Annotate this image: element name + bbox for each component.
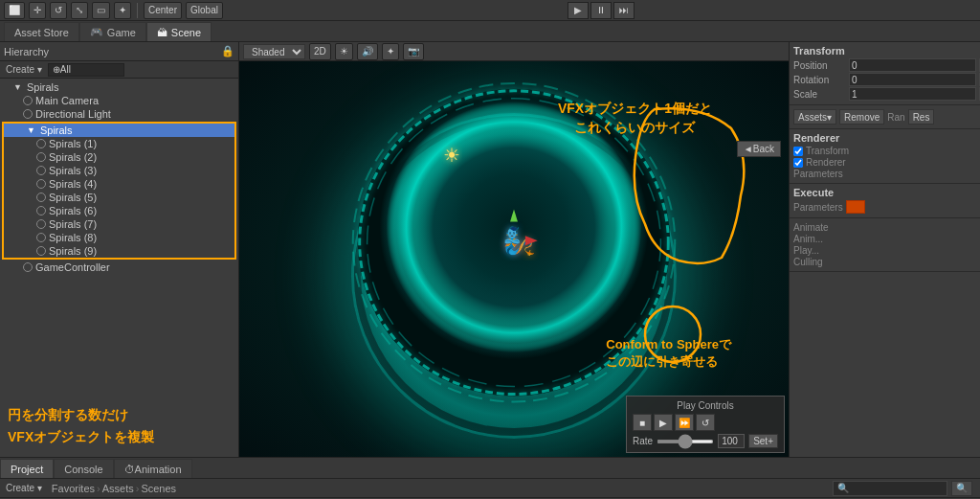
rp-position-row: Position [793, 58, 976, 72]
bp-search-input[interactable] [833, 481, 947, 496]
top-tabs-row: Asset Store 🎮 Game 🏔 Scene [0, 21, 980, 42]
play-rate-row: Rate Set+ [633, 434, 778, 448]
bc-scenes[interactable]: Scenes [141, 483, 176, 494]
rate-set-btn[interactable]: Set+ [748, 434, 778, 448]
global-btn[interactable]: Global [186, 2, 223, 19]
tab-animation[interactable]: ⏱ Animation [114, 459, 192, 478]
main-camera-label: Main Camera [35, 95, 99, 106]
tool-btn-6[interactable]: ✦ [114, 2, 131, 19]
tab-scene[interactable]: 🏔 Scene [146, 22, 212, 41]
main-layout: Hierarchy 🔒 Create ▾ ▼ Spirals Main Came… [0, 42, 980, 457]
conform-annotation-line2: この辺に引き寄せる [606, 353, 731, 371]
rp-transform-title: Transform [793, 45, 976, 57]
scene-effects-btn[interactable]: ✦ [382, 43, 399, 60]
rp-renderer-section: Renderer Transform Renderer Parameters [790, 129, 980, 184]
hierarchy-item-spirals-2[interactable]: Spirals (2) [4, 150, 234, 164]
spirals-3-label: Spirals (3) [49, 165, 97, 176]
expand-arrow-spirals-sub: ▼ [27, 125, 35, 135]
hierarchy-lock-icon: 🔒 [221, 45, 234, 57]
spirals-root-label: Spirals [27, 81, 59, 93]
rp-renderer-check[interactable] [793, 158, 803, 168]
bc-sep1: › [97, 483, 100, 494]
spirals-4-icon [36, 179, 46, 189]
rp-rend-renderer-row: Renderer [793, 157, 976, 168]
pc-restart-btn[interactable]: ↺ [696, 414, 715, 431]
tab-console[interactable]: Console [54, 459, 113, 478]
spirals-1-icon [36, 139, 46, 148]
center-btn[interactable]: Center [144, 2, 182, 19]
back-button[interactable]: ◄Back [737, 141, 781, 157]
hierarchy-item-spirals-1[interactable]: Spirals (1) [4, 137, 234, 150]
rp-scale-label: Scale [793, 89, 846, 100]
vfx-annotation-line1: VFXオブジェクト1個だと [558, 100, 712, 119]
tab-project[interactable]: Project [0, 459, 54, 478]
bp-search-btn[interactable]: 🔍 [951, 481, 972, 496]
spirals-8-icon [36, 233, 46, 242]
tool-btn-3[interactable]: ↺ [50, 2, 67, 19]
hierarchy-item-dir-light[interactable]: Directional Light [0, 107, 238, 121]
pause-button[interactable]: ⏸ [590, 2, 612, 19]
step-button[interactable]: ⏭ [613, 2, 635, 19]
spirals-7-icon [36, 219, 46, 229]
shading-dropdown[interactable]: Shaded [243, 44, 305, 59]
bc-assets[interactable]: Assets [102, 483, 134, 494]
hierarchy-panel: Hierarchy 🔒 Create ▾ ▼ Spirals Main Came… [0, 42, 239, 457]
hierarchy-item-spirals-7[interactable]: Spirals (7) [4, 217, 234, 231]
scene-sun-btn[interactable]: ☀ [335, 43, 353, 60]
rp-rotation-label: Rotation [793, 75, 846, 85]
hierarchy-item-spirals-3[interactable]: Spirals (3) [4, 164, 234, 177]
rate-slider[interactable] [657, 440, 714, 443]
rp-scale-row: Scale [793, 87, 976, 101]
hierarchy-item-spirals-9[interactable]: Spirals (9) [4, 244, 234, 258]
hierarchy-item-spirals-root[interactable]: ▼ Spirals [0, 80, 238, 94]
hierarchy-item-spirals-selected[interactable]: ▼ Spirals [4, 124, 234, 137]
spirals-1-label: Spirals (1) [49, 138, 97, 149]
rp-scale-x[interactable] [849, 87, 976, 101]
rp-transform-check[interactable] [793, 147, 803, 156]
pc-play-btn[interactable]: ▶ [654, 414, 673, 431]
hierarchy-item-game-controller[interactable]: GameController [0, 261, 238, 274]
rp-exec-params-label: Parameters [793, 202, 843, 213]
hierarchy-item-spirals-5[interactable]: Spirals (5) [4, 191, 234, 204]
rp-renderer-check-label: Renderer [806, 157, 846, 168]
pc-ff-btn[interactable]: ⏩ [675, 414, 694, 431]
spirals-2-icon [36, 152, 46, 162]
scene-camera-btn[interactable]: 📷 [403, 43, 424, 60]
create-dropdown[interactable]: Create ▾ [4, 64, 44, 75]
hierarchy-item-spirals-8[interactable]: Spirals (8) [4, 231, 234, 244]
rp-assets-row: Assets▾ Remove Ran Res [793, 109, 976, 125]
bp-create-btn[interactable]: Create ▾ [4, 483, 44, 493]
scene-audio-btn[interactable]: 🔊 [357, 43, 378, 60]
bottom-panel-toolbar: Create ▾ Favorites › Assets › Scenes 🔍 [0, 479, 980, 498]
tab-asset-store[interactable]: Asset Store [4, 22, 79, 41]
top-toolbar: ⬜ ✛ ↺ ⤡ ▭ ✦ Center Global ▶ ⏸ ⏭ [0, 0, 980, 21]
rp-rot-x[interactable] [849, 73, 976, 86]
project-tab-label: Project [11, 464, 43, 475]
rp-res-btn[interactable]: Res [908, 109, 935, 125]
hierarchy-item-main-camera[interactable]: Main Camera [0, 94, 238, 107]
rp-play-row: Play... [793, 245, 976, 256]
dir-light-label: Directional Light [35, 108, 111, 120]
rp-pos-x[interactable] [849, 58, 976, 72]
play-controls: ▶ ⏸ ⏭ [568, 2, 635, 19]
rp-remove-btn[interactable]: Remove [839, 109, 884, 125]
hierarchy-item-spirals-6[interactable]: Spirals (6) [4, 204, 234, 217]
rate-value[interactable] [718, 434, 745, 448]
pc-stop-btn[interactable]: ■ [633, 414, 652, 431]
2d-mode-btn[interactable]: 2D [309, 43, 331, 60]
rp-assets-btn[interactable]: Assets▾ [793, 109, 836, 125]
hierarchy-item-spirals-4[interactable]: Spirals (4) [4, 177, 234, 191]
hierarchy-search[interactable] [48, 63, 124, 77]
play-button[interactable]: ▶ [568, 2, 589, 19]
tool-btn-2[interactable]: ✛ [29, 2, 46, 19]
tab-game[interactable]: 🎮 Game [79, 22, 146, 41]
scene-toolbar: Shaded 2D ☀ 🔊 ✦ 📷 [239, 42, 789, 61]
tool-btn-5[interactable]: ▭ [92, 2, 110, 19]
rp-position-label: Position [793, 60, 846, 71]
rp-culling-row: Culling [793, 257, 976, 267]
tool-btn-4[interactable]: ⤡ [71, 2, 88, 19]
rp-rotation-row: Rotation [793, 73, 976, 86]
bc-favorites[interactable]: Favorites [52, 483, 95, 494]
rp-rend-transform-row: Transform [793, 146, 976, 156]
tool-btn-1[interactable]: ⬜ [4, 2, 25, 19]
